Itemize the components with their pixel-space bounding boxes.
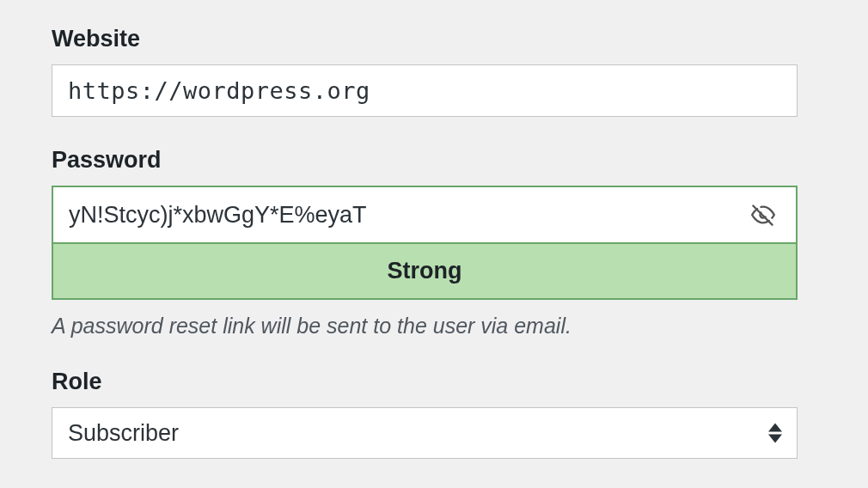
password-label: Password	[52, 147, 816, 174]
role-select[interactable]: Subscriber	[52, 407, 798, 459]
website-label: Website	[52, 26, 816, 52]
role-label: Role	[52, 369, 816, 395]
role-select-wrapper: Subscriber	[52, 407, 798, 459]
website-input[interactable]	[52, 64, 798, 117]
password-field-group: Password Strong A password reset link wi…	[52, 147, 816, 339]
password-strength-indicator: Strong	[52, 244, 798, 300]
eye-slash-icon	[749, 203, 777, 227]
password-input[interactable]	[69, 202, 746, 229]
role-field-group: Role Subscriber	[52, 369, 816, 459]
password-visibility-toggle[interactable]	[746, 199, 780, 230]
website-field-group: Website	[52, 26, 816, 117]
password-input-row	[52, 186, 798, 244]
password-wrapper: Strong	[52, 186, 798, 300]
password-help-text: A password reset link will be sent to th…	[52, 314, 816, 339]
